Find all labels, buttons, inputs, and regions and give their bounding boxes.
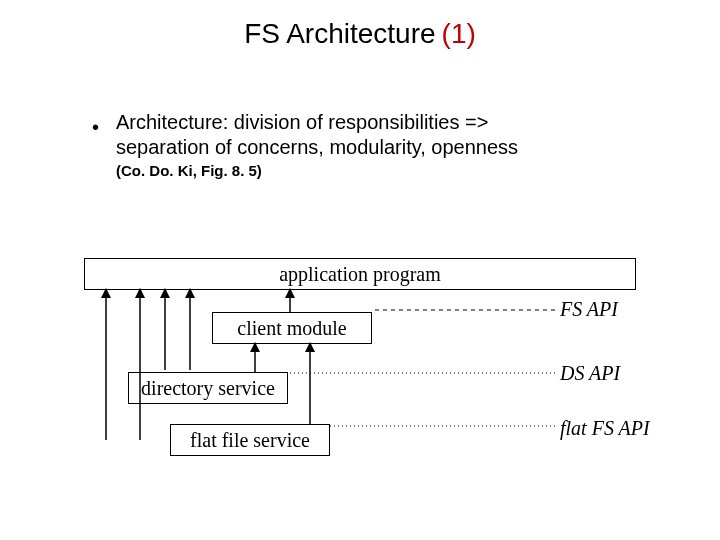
box-directory-service: directory service: [128, 372, 288, 404]
box-flat-file-service: flat file service: [170, 424, 330, 456]
label-fs-api: FS API: [560, 298, 618, 321]
figure-reference: (Co. Do. Ki, Fig. 8. 5): [116, 162, 262, 179]
label-ds-api: DS API: [560, 362, 620, 385]
title-main: FS Architecture: [244, 18, 435, 49]
box-client-module: client module: [212, 312, 372, 344]
title-sub: (1): [436, 18, 476, 49]
slide: { "title": { "main": "FS Architecture", …: [0, 0, 720, 540]
box-application-program: application program: [84, 258, 636, 290]
slide-title: FS Architecture(1): [0, 18, 720, 50]
label-flat-fs-api: flat FS API: [560, 417, 650, 440]
bullet-dot: •: [92, 116, 99, 139]
bullet-text: Architecture: division of responsibiliti…: [116, 110, 586, 160]
